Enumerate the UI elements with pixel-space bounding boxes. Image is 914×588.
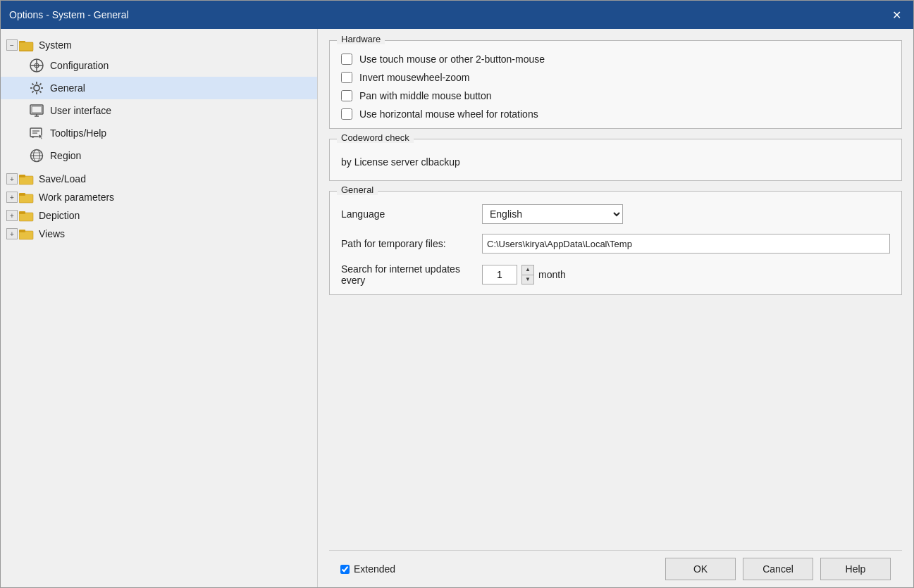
tree-label-configuration: Configuration: [50, 60, 109, 71]
cancel-button[interactable]: Cancel: [743, 558, 813, 580]
update-label: Search for internet updates every: [341, 263, 482, 286]
update-unit-label: month: [538, 269, 566, 280]
pan-middle-mouse-option[interactable]: Pan with middle mouse button: [341, 90, 890, 101]
expander-depiction[interactable]: [6, 210, 18, 221]
svg-rect-2: [19, 42, 33, 51]
expander-work-parameters[interactable]: [6, 192, 18, 203]
tree-item-depiction[interactable]: Depiction: [1, 206, 317, 225]
hardware-section-content: Use touch mouse or other 2-button-mouse …: [330, 41, 901, 128]
tree-item-configuration[interactable]: Configuration: [1, 54, 317, 77]
path-row: Path for temporary files:: [341, 234, 890, 254]
tree-label-work-parameters: Work parameters: [39, 192, 114, 203]
horizontal-mouse-wheel-label: Use horizontal mouse wheel for rotations: [359, 108, 538, 120]
svg-line-13: [32, 84, 34, 85]
codeword-text: by License server clbackup: [341, 152, 890, 172]
spinner-up-arrow[interactable]: ▲: [522, 265, 533, 275]
general-icon: [29, 80, 44, 96]
tree-item-work-parameters[interactable]: Work parameters: [1, 188, 317, 206]
tree-label-depiction: Depiction: [39, 210, 80, 221]
update-control: ▲ ▼ month: [482, 265, 890, 284]
folder-icon-work-parameters: [19, 191, 35, 204]
extended-label: Extended: [354, 563, 395, 575]
tooltips-icon: [29, 125, 44, 141]
invert-mousewheel-option[interactable]: Invert mousewheel-zoom: [341, 72, 890, 83]
close-button[interactable]: ✕: [888, 6, 905, 23]
user-interface-icon: [29, 103, 44, 118]
expander-views[interactable]: [6, 228, 18, 239]
tree-label-region: Region: [50, 150, 81, 161]
touch-mouse-option[interactable]: Use touch mouse or other 2-button-mouse: [341, 54, 890, 65]
configuration-icon: [29, 58, 44, 73]
folder-icon-views: [19, 227, 35, 240]
svg-point-8: [34, 85, 39, 91]
svg-marker-24: [30, 137, 35, 138]
language-label: Language: [341, 208, 482, 220]
expander-system[interactable]: [6, 39, 18, 51]
folder-icon-system: [19, 39, 35, 51]
help-button[interactable]: Help: [820, 558, 891, 580]
codeword-section-title: Codeword check: [337, 132, 414, 143]
content-area: System Configuration: [1, 29, 913, 587]
general-section: General Language English Path for temp: [329, 191, 902, 295]
pan-middle-mouse-label: Pan with middle mouse button: [359, 90, 492, 101]
tree-label-general: General: [50, 82, 85, 94]
tree-item-general[interactable]: General: [1, 77, 317, 99]
general-section-title: General: [337, 184, 378, 195]
system-children: Configuration: [1, 54, 317, 167]
tree-item-system[interactable]: System: [1, 36, 317, 54]
update-spinner[interactable]: ▲ ▼: [521, 265, 534, 284]
general-section-content: Language English Path for temporary file…: [330, 192, 901, 294]
invert-mousewheel-label: Invert mousewheel-zoom: [359, 72, 469, 83]
folder-icon-save-load: [19, 173, 35, 185]
horizontal-mouse-wheel-option[interactable]: Use horizontal mouse wheel for rotations: [341, 108, 890, 120]
hardware-section: Hardware Use touch mouse or other 2-butt…: [329, 40, 902, 129]
folder-icon-depiction: [19, 209, 35, 222]
tree-label-tooltips-help: Tooltips/Help: [50, 127, 106, 139]
tree-item-user-interface[interactable]: User interface: [1, 99, 317, 122]
bottom-bar: Extended OK Cancel Help: [329, 550, 902, 587]
ok-button[interactable]: OK: [665, 558, 736, 580]
svg-line-15: [39, 84, 41, 85]
invert-mousewheel-checkbox[interactable]: [341, 72, 352, 83]
tree-item-tooltips-help[interactable]: Tooltips/Help: [1, 122, 317, 144]
path-label: Path for temporary files:: [341, 238, 482, 249]
expander-save-load[interactable]: [6, 173, 18, 184]
svg-line-14: [39, 91, 41, 92]
tree-item-views[interactable]: Views: [1, 225, 317, 243]
tree-label-save-load: Save/Load: [39, 173, 86, 184]
svg-line-16: [32, 91, 34, 92]
update-value-input[interactable]: [482, 265, 517, 284]
codeword-section: Codeword check by License server clbacku…: [329, 139, 902, 181]
touch-mouse-checkbox[interactable]: [341, 54, 352, 65]
language-row: Language English: [341, 204, 890, 224]
language-select[interactable]: English: [482, 204, 623, 224]
path-input[interactable]: [482, 234, 890, 254]
extended-checkbox[interactable]: [340, 565, 350, 574]
titlebar: Options - System - General ✕: [1, 1, 913, 29]
update-row: Search for internet updates every ▲ ▼ mo…: [341, 263, 890, 286]
hardware-section-title: Hardware: [337, 34, 385, 44]
tree-item-region[interactable]: Region: [1, 144, 317, 167]
tree-panel: System Configuration: [1, 29, 318, 587]
tree-item-save-load[interactable]: Save/Load: [1, 170, 317, 188]
horizontal-mouse-wheel-checkbox[interactable]: [341, 108, 352, 120]
tree-label-views: Views: [39, 228, 65, 239]
right-panel: Hardware Use touch mouse or other 2-butt…: [318, 29, 913, 587]
language-control: English: [482, 204, 890, 224]
window-title: Options - System - General: [9, 9, 129, 20]
spinner-down-arrow[interactable]: ▼: [522, 275, 533, 284]
region-icon: [29, 148, 44, 163]
main-window: Options - System - General ✕ System: [0, 0, 914, 588]
tree-label-user-interface: User interface: [50, 105, 111, 116]
pan-middle-mouse-checkbox[interactable]: [341, 90, 352, 101]
tree-label-system: System: [39, 39, 72, 51]
path-control: [482, 234, 890, 254]
extended-option[interactable]: Extended: [340, 563, 395, 575]
touch-mouse-label: Use touch mouse or other 2-button-mouse: [359, 54, 545, 65]
codeword-section-content: by License server clbackup: [330, 139, 901, 180]
svg-rect-18: [32, 106, 42, 113]
